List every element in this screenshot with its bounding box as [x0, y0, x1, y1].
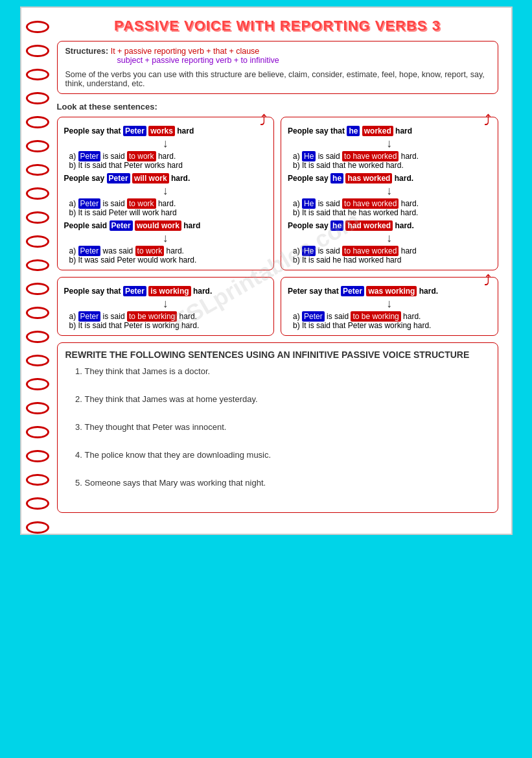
box2-verb1: worked	[362, 126, 393, 136]
box4-verb1: was working	[366, 286, 417, 296]
structures-box: Structures: It + passive reporting verb …	[57, 41, 498, 94]
box3-arrow1: ↓	[64, 297, 268, 311]
box4-a1-verb: to be working	[351, 311, 400, 322]
box2-name3: he	[330, 220, 343, 231]
example-box-3: People say that Peter is working hard. ↓…	[57, 277, 275, 336]
box2-a1-name: He	[302, 151, 316, 161]
scroll-deco-1: ⤴	[260, 112, 267, 129]
box1-a1: a) Peter is said to work hard.	[69, 152, 268, 161]
look-heading: Look at these sentences:	[57, 102, 498, 112]
rewrite-heading: REWRITE THE FOLLOWING SENTENCES USING AN…	[65, 349, 490, 360]
box2-name2: he	[330, 173, 343, 184]
box1-b2: b) It is said Peter will work hard	[69, 208, 268, 217]
box1-a3-verb: to work	[135, 246, 165, 256]
box2-arrow3: ↓	[288, 231, 491, 245]
box4-arrow1: ↓	[288, 297, 491, 311]
box1-a2-verb: to work	[127, 198, 156, 209]
box1-arrow2: ↓	[64, 184, 268, 198]
box4-b1: b) It is said that Peter was working har…	[293, 321, 491, 330]
example-box-2: ⤴ People say that he worked hard ↓ a) He…	[281, 117, 498, 270]
box2-a2-verb: to have worked	[342, 198, 399, 209]
example-box-1: ⤴ People say that Peter works hard ↓ a) …	[57, 117, 275, 270]
box2-a2-name: He	[302, 198, 316, 209]
box2-line3: People say he had worked hard.	[288, 221, 491, 230]
box2-b1: b) It is said that he worked hard.	[293, 161, 491, 170]
scroll-deco-2: ⤴	[484, 112, 491, 129]
examples-row-1: ⤴ People say that Peter works hard ↓ a) …	[57, 117, 498, 270]
box1-name2: Peter	[107, 173, 130, 184]
example-box-4: ⤴ Peter say that Peter was working hard.…	[281, 277, 498, 336]
box1-line1: People say that Peter works hard	[64, 126, 268, 136]
box2-a1: a) He is said to have worked hard.	[293, 152, 491, 161]
examples-row-2: People say that Peter is working hard. ↓…	[57, 277, 498, 336]
box2-a3-verb: to have worked	[342, 246, 399, 256]
box2-verb2: has worked	[345, 173, 392, 184]
box1-a1-name: Peter	[78, 151, 101, 161]
scroll-deco-4: ⤴	[484, 272, 491, 289]
box1-arrow3: ↓	[64, 231, 268, 245]
box1-verb3: would work	[135, 220, 181, 231]
list-item: Someone says that Mary was working that …	[85, 478, 490, 488]
box1-a1-verb: to work	[127, 151, 156, 161]
exercise-list: They think that James is a doctor. They …	[65, 366, 490, 488]
box2-a2: a) He is said to have worked hard.	[293, 199, 491, 208]
box1-verb2: will work	[132, 173, 169, 184]
spiral-binding	[21, 8, 54, 534]
box1-name1: Peter	[123, 126, 146, 136]
structures-label: Structures:	[65, 47, 109, 56]
box1-name3: Peter	[110, 220, 133, 231]
box3-verb1: is working	[148, 286, 191, 296]
box2-a1-verb: to have worked	[342, 151, 399, 161]
box2-a3-name: He	[302, 246, 316, 256]
box2-b3: b) It is said he had worked hard	[293, 255, 491, 265]
box3-a1: a) Peter is said to be working hard.	[69, 312, 268, 321]
box1-arrow1: ↓	[64, 137, 268, 150]
box1-b1: b) It is said that Peter works hard	[69, 161, 268, 170]
list-item: They think that James is a doctor.	[85, 366, 490, 376]
box2-line2: People say he has worked hard.	[288, 174, 491, 183]
box1-line3: People said Peter would work hard	[64, 221, 268, 230]
box2-arrow1: ↓	[288, 137, 491, 150]
box3-a1-verb: to be working	[127, 311, 177, 322]
box2-a3: a) He is said to have worked hard	[293, 246, 491, 255]
list-item: They thought that Peter was innocent.	[85, 422, 490, 432]
box2-line1: People say that he worked hard	[288, 126, 491, 136]
box1-a2: a) Peter is said to work hard.	[69, 199, 268, 208]
page-title: PASSIVE VOICE WITH REPORTING VERBS 3	[57, 18, 498, 34]
box3-name1: Peter	[123, 286, 146, 296]
box4-a1: a) Peter is said to be working hard.	[293, 312, 491, 321]
box2-arrow2: ↓	[288, 184, 491, 198]
box4-name1: Peter	[341, 286, 364, 296]
page-container: ESLprintables.com PASSIVE VOICE WITH REP…	[20, 6, 513, 535]
rewrite-section: REWRITE THE FOLLOWING SENTENCES USING AN…	[57, 342, 498, 513]
structures-desc: Some of the verbs you can use with this …	[65, 70, 490, 88]
box2-verb3: had worked	[345, 220, 393, 231]
box3-a1-name: Peter	[78, 311, 101, 322]
box3-b1: b) It is said that Peter is working hard…	[69, 321, 268, 330]
box2-name1: he	[347, 126, 360, 136]
box2-b2: b) It is said that he has worked hard.	[293, 208, 491, 217]
list-item: They think that James was at home yester…	[85, 394, 490, 404]
box1-a2-name: Peter	[78, 198, 101, 209]
box1-a3-name: Peter	[78, 246, 101, 256]
formula1: It + passive reporting verb + that + cla…	[111, 47, 260, 56]
box4-line1: Peter say that Peter was working hard.	[288, 287, 491, 296]
box4-a1-name: Peter	[302, 311, 325, 322]
box1-verb1: works	[148, 126, 175, 136]
formula2: subject + passive reporting verb + to in…	[117, 56, 490, 65]
list-item: The police know that they are downloadin…	[85, 450, 490, 460]
box1-line2: People say Peter will work hard.	[64, 174, 268, 183]
box1-b3: b) It was said Peter would work hard.	[69, 255, 268, 265]
box3-line1: People say that Peter is working hard.	[64, 287, 268, 296]
box1-a3: a) Peter was said to work hard.	[69, 246, 268, 255]
